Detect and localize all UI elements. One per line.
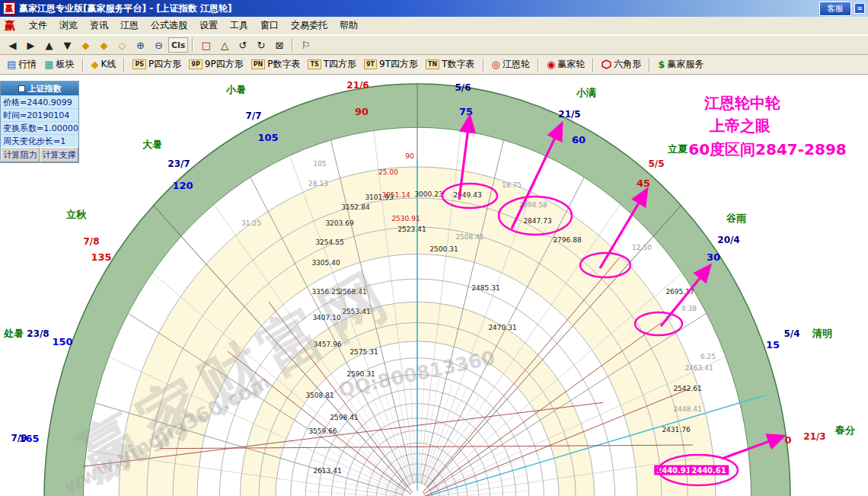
crop-tool[interactable]: ⊠: [270, 37, 288, 53]
index-panel-icon: [18, 85, 25, 92]
price-tag: 2440.61: [689, 466, 729, 475]
diamond-tool-2[interactable]: ◆: [95, 37, 113, 53]
index-info-row-0: 价格=2440.9099: [1, 95, 78, 108]
app-window: 赢 赢家江恩专业版[赢家服务平台] - [上证指数 江恩轮] 客服 ≡ 赢 文件…: [0, 0, 868, 496]
cls-button[interactable]: Cls: [168, 37, 188, 53]
toolbar-separator: [538, 58, 539, 72]
rotate-right-button[interactable]: ↻: [252, 37, 270, 53]
market-quotes-icon: ▤: [7, 59, 16, 69]
menu-item-5[interactable]: 设置: [193, 18, 224, 34]
index-info-row-1: 时间=20190104: [1, 108, 78, 121]
menu-item-1[interactable]: 浏览: [53, 18, 84, 34]
menu-bar: 赢 文件浏览资讯江恩公式选股设置工具窗口交易委托帮助: [0, 17, 868, 35]
index-info-row-2: 变换系数=1.00000: [1, 121, 78, 134]
tool-winner-wheel[interactable]: ◉赢家轮: [544, 56, 588, 72]
diamond-tool-3[interactable]: ◇: [113, 37, 131, 53]
menu-item-0[interactable]: 文件: [23, 18, 53, 34]
back-button[interactable]: ◀: [4, 37, 21, 53]
annotation-line-0: 江恩轮中轮: [704, 93, 780, 114]
tool-9t-square[interactable]: 9T9T四方形: [361, 56, 421, 72]
index-panel-header: 上证指数: [1, 82, 78, 95]
tool-label: T四方形: [324, 58, 356, 71]
sectors-icon: ▦: [44, 59, 53, 69]
tool-label: T数字表: [442, 58, 474, 71]
down-button[interactable]: ▼: [59, 37, 76, 53]
tool-kline[interactable]: ◆K线: [88, 56, 120, 72]
zoom-in-button[interactable]: ⊕: [132, 37, 149, 53]
toolbar-separator: [192, 38, 193, 52]
p-square-icon: PS: [132, 59, 146, 69]
9p-square-icon: 9P: [189, 59, 202, 69]
gann-wheel-svg: [0, 75, 868, 496]
tool-label: 板块: [56, 58, 75, 71]
tool-p-square[interactable]: PSP四方形: [129, 56, 184, 72]
tool-label: 赢家服务: [667, 58, 704, 71]
p-number-table-icon: PN: [251, 59, 266, 69]
9t-square-icon: 9T: [364, 59, 377, 69]
index-name: 上证指数: [28, 83, 62, 94]
menu-item-9[interactable]: 帮助: [333, 18, 364, 34]
menu-item-4[interactable]: 公式选股: [145, 18, 193, 34]
panel-toggle-icon[interactable]: ≡: [854, 3, 865, 14]
winner-service-icon: $: [658, 59, 665, 69]
menu-item-6[interactable]: 工具: [224, 18, 254, 34]
toolbar-separator: [292, 38, 293, 52]
tool-market-quotes[interactable]: ▤行情: [4, 56, 40, 72]
menu-logo-icon: 赢: [5, 19, 15, 33]
tools-toolbar: ▤行情▦板块◆K线PSP四方形9P9P四方形PNP数字表TST四方形9T9T四方…: [0, 55, 868, 75]
calc-support-button[interactable]: 计算支撑: [40, 147, 78, 162]
gann-wheel-chart: 赢家财富网 www.yingjia360.com QQ:800813360 10…: [0, 75, 868, 496]
gann-wheel-icon: ◎: [492, 59, 500, 69]
annotation-line-1: 上帝之眼: [710, 116, 771, 136]
tool-label: 9P四方形: [205, 58, 244, 71]
customer-service-button[interactable]: 客服: [819, 2, 851, 16]
toolbar-separator: [123, 58, 125, 72]
menu-item-3[interactable]: 江恩: [114, 18, 145, 34]
tool-label: 江恩轮: [503, 58, 530, 71]
menu-item-8[interactable]: 交易委托: [285, 18, 333, 34]
calc-resistance-button[interactable]: 计算阻力: [1, 147, 40, 162]
tool-label: 行情: [18, 58, 37, 71]
tool-9p-square[interactable]: 9P9P四方形: [186, 56, 246, 72]
hexagon-icon: [602, 59, 611, 69]
winner-wheel-icon: ◉: [547, 59, 555, 69]
tool-label: K线: [101, 58, 116, 71]
toolbar-separator: [82, 58, 84, 72]
menu-item-7[interactable]: 窗口: [254, 18, 285, 34]
app-logo-icon: 赢: [3, 2, 15, 14]
price-tag: 2440.91: [654, 466, 694, 475]
tool-label: 赢家轮: [557, 58, 585, 71]
tool-t-square[interactable]: TST四方形: [305, 56, 359, 72]
annotation-line-2: 60度区间2847-2898: [688, 139, 846, 160]
index-info-panel: 上证指数 价格=2440.9099时间=20190104变换系数=1.00000…: [0, 81, 79, 163]
tool-label: 9T四方形: [379, 58, 418, 71]
rect-tool[interactable]: □: [197, 37, 215, 53]
kline-icon: ◆: [91, 59, 99, 69]
title-bar: 赢 赢家江恩专业版[赢家服务平台] - [上证指数 江恩轮] 客服 ≡: [0, 0, 868, 17]
tool-label: 六角形: [614, 58, 641, 71]
tool-gann-wheel[interactable]: ◎江恩轮: [489, 56, 533, 72]
tool-sectors[interactable]: ▦板块: [41, 56, 77, 72]
toolbar-separator: [483, 58, 484, 72]
tool-p-number-table[interactable]: PNP数字表: [248, 56, 304, 72]
index-info-row-3: 周天变化步长=1: [1, 134, 78, 147]
zoom-out-button[interactable]: ⊖: [150, 37, 168, 53]
index-panel-buttons: 计算阻力计算支撑: [1, 147, 78, 162]
tool-t-number-table[interactable]: TNT数字表: [423, 56, 478, 72]
tool-label: P四方形: [148, 58, 181, 71]
diamond-tool-1[interactable]: ◆: [77, 37, 94, 53]
toolbar-separator: [592, 58, 594, 72]
triangle-tool[interactable]: △: [215, 37, 233, 53]
tool-hexagon[interactable]: 六角形: [598, 56, 644, 72]
menu-item-2[interactable]: 资讯: [84, 18, 114, 34]
t-square-icon: TS: [308, 59, 321, 69]
rotate-left-button[interactable]: ↺: [234, 37, 251, 53]
flag-tool[interactable]: ⚐: [297, 37, 314, 53]
window-title: 赢家江恩专业版[赢家服务平台] - [上证指数 江恩轮]: [19, 2, 819, 15]
forward-button[interactable]: ▶: [22, 37, 40, 53]
tool-label: P数字表: [267, 58, 300, 71]
main-toolbar: ◀▶▲▼◆◆◇⊕⊖Cls□△↺↻⊠⚐: [0, 35, 868, 55]
tool-winner-service[interactable]: $赢家服务: [655, 56, 707, 72]
t-number-table-icon: TN: [426, 59, 439, 69]
up-button[interactable]: ▲: [40, 37, 58, 53]
